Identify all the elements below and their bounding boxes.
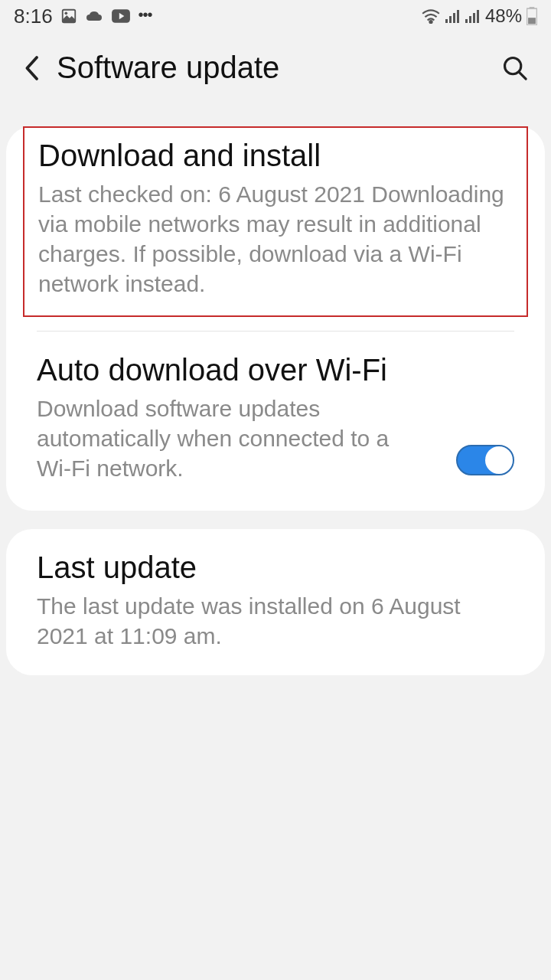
svg-rect-7 (457, 10, 459, 23)
svg-rect-11 (477, 10, 479, 23)
wifi-icon (421, 8, 441, 24)
item-subtitle: The last update was installed on 6 Augus… (37, 591, 514, 651)
cloud-icon (85, 9, 103, 23)
download-install-item[interactable]: Download and install Last checked on: 6 … (23, 126, 528, 317)
item-subtitle: Download software updates automatically … (37, 394, 425, 483)
search-button[interactable] (502, 55, 528, 81)
signal1-icon (445, 9, 461, 23)
page-title: Software update (57, 51, 488, 85)
settings-card-2: Last update The last update was installe… (6, 529, 545, 675)
auto-download-item[interactable]: Auto download over Wi-Fi Download softwa… (6, 332, 545, 511)
svg-rect-6 (453, 13, 455, 23)
status-right: 48% (421, 5, 537, 27)
status-time: 8:16 (14, 5, 53, 28)
item-title: Auto download over Wi-Fi (37, 353, 425, 387)
back-button[interactable] (23, 54, 43, 83)
battery-icon (527, 7, 537, 25)
auto-download-toggle[interactable] (456, 445, 514, 475)
toggle-knob (485, 446, 513, 474)
svg-rect-14 (528, 18, 536, 24)
image-icon (60, 8, 77, 24)
header: Software update (0, 32, 551, 109)
svg-rect-8 (465, 19, 468, 23)
status-bar: 8:16 ••• 48% (0, 0, 551, 32)
item-subtitle: Last checked on: 6 August 2021 Downloadi… (38, 179, 513, 299)
item-title: Last update (37, 550, 514, 585)
svg-rect-5 (449, 16, 452, 23)
more-icon: ••• (139, 7, 152, 22)
battery-percent: 48% (485, 5, 522, 27)
svg-rect-9 (469, 16, 471, 23)
svg-point-3 (429, 21, 432, 23)
item-title: Download and install (38, 139, 513, 173)
settings-card-1: Download and install Last checked on: 6 … (6, 126, 545, 511)
svg-line-16 (520, 72, 527, 79)
last-update-item[interactable]: Last update The last update was installe… (6, 529, 545, 675)
svg-rect-4 (445, 19, 448, 23)
svg-rect-10 (473, 13, 475, 23)
svg-point-1 (64, 12, 67, 15)
status-left: 8:16 ••• (14, 5, 152, 28)
youtube-icon (111, 8, 131, 24)
signal2-icon (465, 9, 481, 23)
